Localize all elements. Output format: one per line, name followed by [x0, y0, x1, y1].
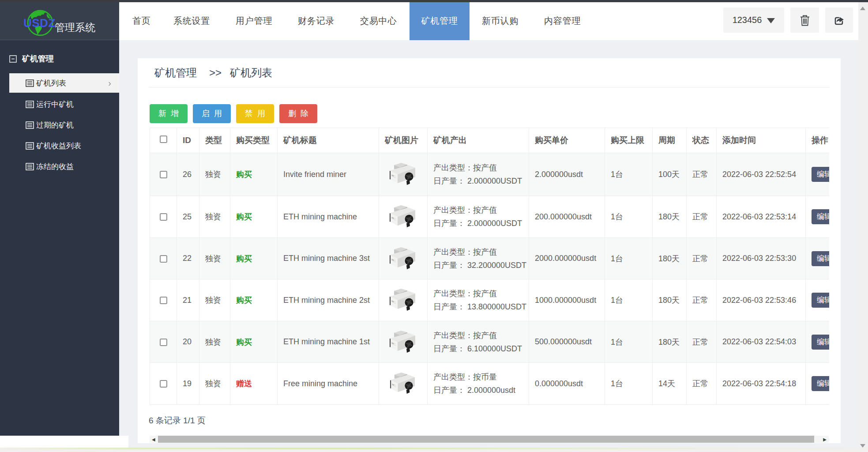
svg-text:USDZ: USDZ: [23, 16, 56, 30]
